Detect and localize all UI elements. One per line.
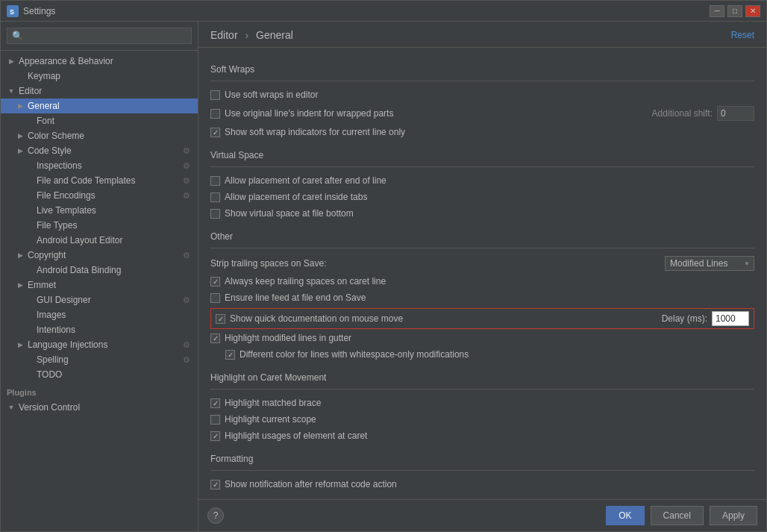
sidebar-item-inspections[interactable]: Inspections ⚙ — [1, 158, 198, 173]
help-button[interactable]: ? — [207, 507, 224, 524]
sidebar-item-file-types[interactable]: File Types — [1, 218, 198, 233]
option-label: Highlight usages of element at caret — [225, 431, 754, 441]
delay-label: Delay (ms): — [662, 313, 707, 324]
sidebar-item-font[interactable]: Font — [1, 113, 198, 128]
settings-icon: ⚙ — [181, 250, 192, 260]
search-input[interactable] — [7, 28, 192, 44]
option-label: Show notification after reformat code ac… — [225, 479, 754, 489]
sidebar-item-spelling[interactable]: Spelling ⚙ — [1, 352, 198, 367]
option-show-soft-wrap-indicators: Show soft wrap indicators for current li… — [210, 126, 754, 138]
sidebar-item-label: Appearance & Behavior — [19, 56, 192, 66]
checkbox-use-original-indent[interactable] — [210, 109, 220, 119]
option-different-color-whitespace: Different color for lines with whitespac… — [210, 348, 754, 360]
sidebar-item-label: Copyright — [28, 250, 178, 260]
checkbox-allow-caret-inside-tabs[interactable] — [210, 193, 220, 202]
arrow-icon — [7, 57, 16, 66]
checkbox-highlight-matched-brace[interactable] — [210, 398, 220, 408]
option-use-soft-wraps: Use soft wraps in editor — [210, 89, 754, 101]
option-highlight-matched-brace: Highlight matched brace — [210, 397, 754, 409]
sidebar-item-color-scheme[interactable]: Color Scheme — [1, 128, 198, 143]
sidebar-item-label: File Types — [37, 220, 192, 231]
checkbox-always-keep-trailing[interactable] — [210, 277, 220, 287]
checkbox-ensure-line-feed[interactable] — [210, 293, 220, 303]
sidebar-item-editor[interactable]: Editor — [1, 84, 198, 98]
sidebar-item-android-data-binding[interactable]: Android Data Binding — [1, 263, 198, 278]
arrow-icon — [7, 403, 16, 412]
option-label: Allow placement of caret inside tabs — [225, 192, 754, 202]
option-highlight-usages: Highlight usages of element at caret — [210, 430, 754, 442]
option-use-original-indent: Use original line's indent for wrapped p… — [210, 105, 754, 122]
minimize-button[interactable]: ─ — [710, 5, 724, 17]
main-panel: Editor › General Reset Soft Wraps Use so… — [198, 22, 766, 531]
sidebar-item-label: Intentions — [37, 325, 192, 335]
option-label: Use original line's indent for wrapped p… — [225, 108, 652, 119]
option-label: Highlight modified lines in gutter — [225, 333, 754, 343]
sidebar-item-language-injections[interactable]: Language Injections ⚙ — [1, 337, 198, 352]
option-label: Different color for lines with whitespac… — [240, 349, 754, 360]
main-content: Appearance & Behavior Keymap Editor Gene… — [1, 22, 766, 531]
sidebar-item-label: TODO — [37, 369, 192, 380]
checkbox-quick-doc[interactable] — [216, 314, 225, 324]
checkbox-highlight-current-scope[interactable] — [210, 415, 220, 425]
sidebar-item-intentions[interactable]: Intentions — [1, 322, 198, 337]
cancel-button[interactable]: Cancel — [651, 506, 704, 525]
sidebar-item-general[interactable]: General — [1, 98, 198, 113]
settings-icon: ⚙ — [181, 190, 192, 201]
breadcrumb-parent: Editor — [210, 29, 238, 41]
sidebar-item-label: Spelling — [37, 354, 178, 365]
footer: ? OK Cancel Apply — [198, 499, 766, 531]
additional-shift-input[interactable] — [717, 106, 754, 121]
checkbox-allow-caret-after-end[interactable] — [210, 176, 220, 186]
breadcrumb: Editor › General — [210, 29, 293, 41]
option-label: Show virtual space at file bottom — [225, 208, 754, 219]
main-body: Soft Wraps Use soft wraps in editor Use … — [198, 48, 766, 499]
sidebar: Appearance & Behavior Keymap Editor Gene… — [1, 22, 198, 531]
sidebar-item-version-control[interactable]: Version Control — [1, 400, 198, 415]
sidebar-group-label: Plugins — [7, 388, 192, 397]
breadcrumb-current: General — [256, 29, 293, 41]
sidebar-item-keymap[interactable]: Keymap — [1, 69, 198, 84]
close-button[interactable]: ✕ — [745, 5, 760, 17]
sidebar-item-label: Color Scheme — [28, 131, 192, 141]
sidebar-item-label: Images — [37, 310, 192, 320]
section-other: Other — [210, 231, 754, 242]
settings-icon: ⚙ — [181, 175, 192, 186]
checkbox-highlight-usages[interactable] — [210, 431, 220, 441]
checkbox-highlight-modified-lines[interactable] — [210, 334, 220, 343]
section-virtual-space: Virtual Space — [210, 150, 754, 160]
sidebar-item-emmet[interactable]: Emmet — [1, 278, 198, 292]
sidebar-item-label: Emmet — [28, 280, 192, 290]
option-label: Ensure line feed at file end on Save — [225, 292, 754, 303]
sidebar-item-live-templates[interactable]: Live Templates — [1, 203, 198, 218]
sidebar-item-label: GUI Designer — [37, 295, 178, 305]
sidebar-item-appearance[interactable]: Appearance & Behavior — [1, 54, 198, 69]
checkbox-different-color-whitespace[interactable] — [225, 350, 235, 360]
option-label: Always keep trailing spaces on caret lin… — [225, 276, 754, 287]
sidebar-item-copyright[interactable]: Copyright ⚙ — [1, 248, 198, 263]
sidebar-item-todo[interactable]: TODO — [1, 367, 198, 382]
sidebar-item-file-code-templates[interactable]: File and Code Templates ⚙ — [1, 173, 198, 188]
ok-button[interactable]: OK — [606, 506, 644, 525]
sidebar-item-code-style[interactable]: Code Style ⚙ — [1, 143, 198, 158]
additional-shift-group: Additional shift: — [652, 106, 754, 121]
sidebar-item-label: Language Injections — [28, 339, 178, 350]
sidebar-item-file-encodings[interactable]: File Encodings ⚙ — [1, 188, 198, 203]
delay-input[interactable] — [712, 311, 749, 326]
checkbox-show-notification-reformat[interactable] — [210, 480, 220, 489]
sidebar-item-label: File Encodings — [37, 190, 178, 201]
reset-link[interactable]: Reset — [731, 30, 754, 40]
apply-button[interactable]: Apply — [710, 506, 757, 525]
sidebar-item-label: Version Control — [19, 402, 192, 413]
strip-trailing-select[interactable]: None All Modified Lines — [665, 256, 754, 271]
option-label: Highlight matched brace — [225, 398, 754, 408]
checkbox-use-soft-wraps[interactable] — [210, 90, 220, 100]
maximize-button[interactable]: □ — [727, 5, 742, 17]
sidebar-item-images[interactable]: Images — [1, 307, 198, 322]
sidebar-item-android-layout[interactable]: Android Layout Editor — [1, 233, 198, 248]
sidebar-item-gui-designer[interactable]: GUI Designer ⚙ — [1, 292, 198, 307]
checkbox-show-virtual-space[interactable] — [210, 209, 220, 219]
arrow-icon — [16, 101, 25, 110]
sidebar-item-label: Code Style — [28, 145, 178, 156]
section-formatting: Formatting — [210, 454, 754, 464]
checkbox-show-soft-wrap-indicators[interactable] — [210, 128, 220, 137]
